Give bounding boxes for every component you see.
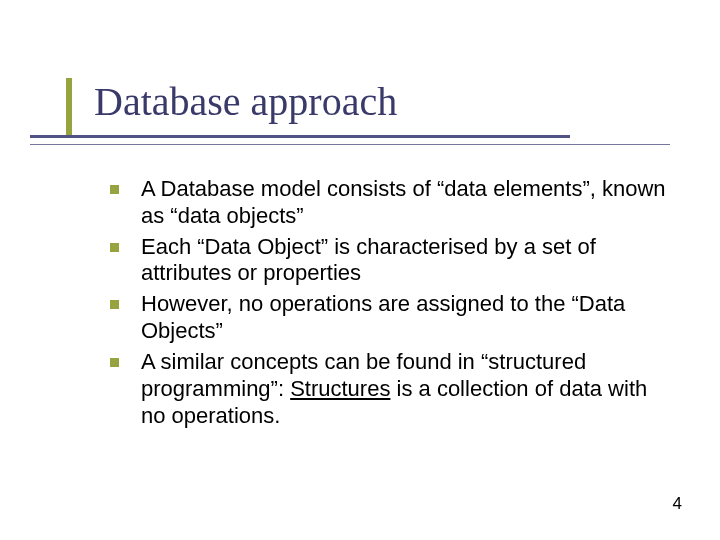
list-item: A Database model consists of “data eleme… — [110, 176, 670, 230]
bullet-underlined: Structures — [290, 376, 390, 401]
slide: Database approach A Database model consi… — [0, 0, 720, 540]
title-accent-bar — [66, 78, 72, 138]
header-rule-thin — [30, 144, 670, 145]
page-number: 4 — [673, 494, 682, 514]
bullet-square-icon — [110, 358, 119, 367]
bullet-text: A similar concepts can be found in “stru… — [141, 349, 670, 429]
bullet-square-icon — [110, 300, 119, 309]
bullet-square-icon — [110, 185, 119, 194]
list-item: However, no operations are assigned to t… — [110, 291, 670, 345]
slide-title: Database approach — [94, 78, 397, 125]
bullet-text: A Database model consists of “data eleme… — [141, 176, 670, 230]
header-rule-thick — [30, 135, 570, 138]
bullet-text: However, no operations are assigned to t… — [141, 291, 670, 345]
bullet-square-icon — [110, 243, 119, 252]
slide-body: A Database model consists of “data eleme… — [110, 176, 670, 433]
bullet-text: Each “Data Object” is characterised by a… — [141, 234, 670, 288]
list-item: A similar concepts can be found in “stru… — [110, 349, 670, 429]
list-item: Each “Data Object” is characterised by a… — [110, 234, 670, 288]
